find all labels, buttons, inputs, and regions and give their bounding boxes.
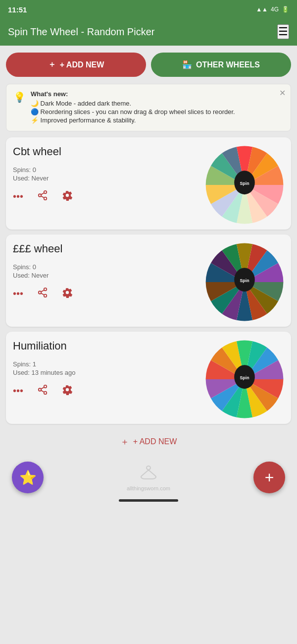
svg-point-10 [44,294,47,297]
other-wheels-label: OTHER WHEELS [196,60,260,69]
plus-fab-button[interactable]: + [253,462,285,493]
wheel-stats-money: Spins: 0 Used: Never [13,263,205,279]
action-buttons-row: ＋ + ADD NEW 🏪 OTHER WHEELS [0,46,297,84]
hanger-icon [141,464,156,482]
wheel-spins-money: Spins: 0 [13,263,205,271]
wheel-actions-humiliation: ••• [13,382,205,398]
whats-new-title: What's new: [31,90,284,98]
svg-point-9 [39,291,42,294]
wheel-card-inner-humiliation: Humiliation Spins: 1 Used: 13 minutes ag… [13,340,284,419]
wheel-used-humiliation: Used: 13 minutes ago [13,369,205,376]
wheel-stats-humiliation: Spins: 1 Used: 13 minutes ago [13,360,205,376]
add-new-button[interactable]: ＋ + ADD NEW [6,53,146,77]
wheel-card-money: £££ wheel Spins: 0 Used: Never ••• [6,234,291,327]
other-wheels-button[interactable]: 🏪 OTHER WHEELS [151,53,291,77]
network-type: 4G [271,6,279,13]
star-fab-button[interactable]: ⭐ [12,462,44,493]
wheel-info-cbt: Cbt wheel Spins: 0 Used: Never ••• [13,145,205,203]
status-bar: 11:51 ▲▲ 4G 🔋 [0,0,297,18]
add-new-label: + ADD NEW [60,60,104,69]
wheel-card-inner-money: £££ wheel Spins: 0 Used: Never ••• [13,242,284,322]
app-title: Spin The Wheel - Random Picker [8,26,154,38]
wheel-used-cbt: Used: Never [13,175,205,182]
wheel-visual-humiliation[interactable]: Spin [205,340,284,419]
svg-point-18 [44,392,47,395]
whats-new-close-button[interactable]: ✕ [279,88,286,98]
status-icons: ▲▲ 4G 🔋 [256,6,289,13]
wheel-name-cbt: Cbt wheel [13,145,205,158]
store-icon: 🏪 [182,60,192,69]
share-icon-humiliation[interactable] [37,384,48,398]
svg-line-11 [41,293,44,295]
wheel-visual-money[interactable]: Spin [205,242,284,322]
svg-text:Spin: Spin [240,278,249,283]
wheel-used-money: Used: Never [13,272,205,279]
wheel-actions-money: ••• [13,285,205,300]
settings-icon-humiliation[interactable] [62,384,73,398]
whats-new-content: What's new: 🌙 Dark Mode - added dark the… [31,90,284,125]
wheel-info-money: £££ wheel Spins: 0 Used: Never ••• [13,242,205,300]
svg-line-3 [41,196,44,198]
svg-point-16 [44,385,47,388]
wheels-list: Cbt wheel Spins: 0 Used: Never ••• [0,137,297,424]
wheel-card-humiliation: Humiliation Spins: 1 Used: 13 minutes ag… [6,332,291,424]
home-indicator [119,499,178,502]
bottom-bar: ⭐ allthingsworn.com + [0,456,297,499]
wheel-card-cbt: Cbt wheel Spins: 0 Used: Never ••• [6,137,291,230]
wheel-actions-cbt: ••• [13,188,205,203]
share-icon-cbt[interactable] [37,190,48,203]
svg-point-8 [44,288,47,291]
wheel-svg-humiliation: Spin [205,340,284,419]
wheel-spins-humiliation: Spins: 1 [13,360,205,368]
wheel-svg-money: Spin [205,242,284,322]
wheel-info-humiliation: Humiliation Spins: 1 Used: 13 minutes ag… [13,340,205,398]
wheel-card-inner-cbt: Cbt wheel Spins: 0 Used: Never ••• [13,145,284,225]
more-options-icon-humiliation[interactable]: ••• [13,385,23,397]
svg-point-17 [39,388,42,391]
svg-text:Spin: Spin [240,375,249,380]
wheel-name-money: £££ wheel [13,242,205,255]
bottom-add-new-button[interactable]: ＋ + ADD NEW [0,424,297,456]
wheel-visual-cbt[interactable]: Spin [205,145,284,225]
wheel-name-humiliation: Humiliation [13,340,205,352]
svg-line-12 [41,290,44,292]
watermark-text: allthingsworn.com [44,485,253,491]
app-header: Spin The Wheel - Random Picker ☰ [0,18,297,46]
settings-icon-cbt[interactable] [62,190,73,203]
bottom-plus-icon: ＋ [120,436,129,448]
svg-line-20 [41,387,44,389]
more-options-icon-money[interactable]: ••• [13,288,23,299]
plus-icon: ＋ [48,59,56,70]
svg-line-4 [41,193,44,195]
svg-point-1 [39,194,42,197]
wheel-spins-cbt: Spins: 0 [13,166,205,174]
whats-new-banner: 💡 What's new: 🌙 Dark Mode - added dark t… [6,84,291,131]
more-options-icon-cbt[interactable]: ••• [13,191,23,202]
wheel-stats-cbt: Spins: 0 Used: Never [13,166,205,182]
whats-new-item-3: ⚡ Improved performance & stability. [31,117,284,124]
settings-icon-money[interactable] [62,287,73,300]
bulb-icon: 💡 [13,91,26,125]
bottom-section: ⭐ allthingsworn.com + [0,456,297,511]
svg-point-2 [44,197,47,200]
status-time: 11:51 [8,5,27,14]
hamburger-menu-button[interactable]: ☰ [277,24,289,39]
whats-new-item-1: 🌙 Dark Mode - added dark theme. [31,100,284,107]
signal-icon: ▲▲ [256,6,268,13]
wheel-svg-cbt: Spin [205,145,284,225]
plus-icon-fab: + [265,468,274,487]
svg-point-0 [44,191,47,194]
share-icon-money[interactable] [37,287,48,300]
star-icon: ⭐ [19,469,37,486]
whats-new-item-2: 🔵 Reordering slices - you can now drag &… [31,108,284,116]
bottom-add-new-label: + ADD NEW [133,437,177,446]
battery-icon: 🔋 [282,6,289,13]
svg-line-19 [41,390,44,392]
svg-text:Spin: Spin [240,181,249,186]
